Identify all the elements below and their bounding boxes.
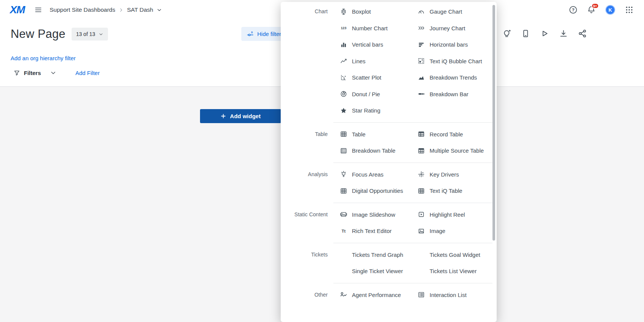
interaction-list-icon — [418, 291, 425, 298]
highlight-reel-icon — [418, 211, 425, 218]
filters-label[interactable]: Filters — [24, 70, 41, 76]
widget-item-tickets-list-viewer[interactable]: Tickets List Viewer — [411, 263, 492, 280]
widget-item-interaction-list[interactable]: Interaction List — [411, 287, 492, 303]
notifications-button[interactable]: 9+ — [587, 6, 596, 14]
widget-item-label: Scatter Plot — [352, 74, 381, 81]
page-title: New Page — [11, 27, 66, 41]
add-filter-link[interactable]: Add Filter — [75, 70, 100, 76]
breakdown-trends-icon — [418, 74, 425, 81]
widget-item-image-slideshow[interactable]: Image Slideshow — [333, 206, 411, 223]
svg-text:0: 0 — [251, 31, 253, 34]
widget-item-boxplot[interactable]: Boxplot — [333, 3, 411, 20]
panel-category-static-content: Static Content — [281, 203, 333, 243]
widget-item-focus-areas[interactable]: Focus Areas — [333, 166, 411, 183]
widget-item-rich-text-editor[interactable]: TtRich Text Editor — [333, 223, 411, 239]
widget-item-table[interactable]: Table — [333, 126, 411, 143]
panel-section-analysis: AnalysisFocus AreasKey DriversDigital Op… — [281, 163, 497, 203]
page-selector-label: 13 of 13 — [76, 31, 95, 37]
dashboard-chevron-down-icon[interactable] — [156, 7, 162, 13]
record-table-icon — [418, 131, 425, 138]
export-button[interactable] — [559, 29, 568, 38]
present-button[interactable] — [540, 29, 549, 38]
xm-logo[interactable]: XM — [10, 4, 25, 16]
widget-item-record-table[interactable]: Record Table — [411, 126, 492, 143]
widget-item-tickets-goal-widget[interactable]: Tickets Goal Widget — [411, 247, 492, 263]
breakdown-bar-icon — [418, 91, 425, 97]
filters-chevron-down-icon[interactable] — [50, 70, 56, 76]
widget-item-label: Multiple Source Table — [430, 147, 484, 154]
share-button[interactable] — [578, 29, 587, 38]
widget-item-label: Highlight Reel — [430, 211, 465, 218]
widget-item-single-ticket-viewer[interactable]: Single Ticket Viewer — [333, 263, 411, 280]
widget-item-label: Horizontal bars — [430, 41, 468, 48]
widget-item-agent-performance[interactable]: Agent Performance — [333, 287, 411, 303]
widget-item-label: Key Drivers — [430, 171, 459, 178]
play-icon — [540, 29, 549, 38]
widget-item-journey-chart[interactable]: Journey Chart — [411, 20, 492, 37]
widget-item-key-drivers[interactable]: Key Drivers — [411, 166, 492, 183]
help-button[interactable]: ? — [569, 6, 577, 14]
panel-section-chart: ChartBoxplotGauge Chart123Number ChartJo… — [281, 2, 497, 123]
widget-item-highlight-reel[interactable]: Highlight Reel — [411, 206, 492, 223]
gauge-icon — [418, 8, 425, 15]
text-iq-bubble-icon — [418, 58, 425, 64]
breadcrumb-item-dashboards[interactable]: Support Site Dashboards — [50, 6, 115, 13]
lines-icon — [340, 58, 347, 64]
download-icon — [559, 29, 568, 38]
widget-item-lines[interactable]: Lines — [333, 53, 411, 70]
star-icon — [340, 107, 347, 114]
widget-item-tickets-trend-graph[interactable]: Tickets Trend Graph — [333, 247, 411, 263]
widget-item-star-rating[interactable]: Star Rating — [333, 102, 411, 119]
mobile-preview-button[interactable] — [521, 29, 530, 38]
add-widget-label: Add widget — [230, 113, 261, 119]
widget-item-breakdown-bar[interactable]: Breakdown Bar — [411, 86, 492, 103]
notification-badge: 9+ — [591, 3, 599, 9]
widget-item-vertical-bars[interactable]: Vertical bars — [333, 36, 411, 53]
insights-button[interactable] — [502, 29, 511, 38]
panel-category-tickets: Tickets — [281, 243, 333, 283]
widget-item-breakdown-table[interactable]: Breakdown Table — [333, 142, 411, 159]
breadcrumb-item-current[interactable]: SAT Dash — [127, 6, 153, 13]
apps-menu-button[interactable] — [625, 6, 633, 14]
widget-item-gauge-chart[interactable]: Gauge Chart — [411, 3, 492, 20]
panel-scrollbar[interactable] — [492, 5, 495, 241]
image-icon — [418, 228, 425, 234]
share-icon — [578, 29, 587, 38]
funnel-icon — [14, 70, 20, 76]
chevron-right-icon — [119, 8, 123, 13]
add-widget-button[interactable]: Add widget — [200, 109, 281, 123]
widget-item-number-chart[interactable]: 123Number Chart — [333, 20, 411, 37]
widget-item-donut-pie[interactable]: Donut / Pie — [333, 86, 411, 103]
image-slideshow-icon — [340, 211, 347, 218]
donut-pie-icon — [340, 91, 347, 97]
widget-item-label: Vertical bars — [352, 41, 383, 48]
panel-section-other: OtherAgent PerformanceInteraction List — [281, 283, 497, 307]
key-drivers-icon — [418, 171, 425, 178]
widget-item-digital-opportunities[interactable]: Digital Opportunities — [333, 183, 411, 199]
widget-item-label: Boxplot — [352, 8, 371, 15]
widget-item-text-iq-bubble-chart[interactable]: Text iQ Bubble Chart — [411, 53, 492, 70]
widget-item-label: Table — [352, 131, 366, 138]
widget-item-breakdown-trends[interactable]: Breakdown Trends — [411, 69, 492, 86]
hamburger-menu-button[interactable] — [34, 6, 42, 14]
widget-item-scatter-plot[interactable]: Scatter Plot — [333, 69, 411, 86]
widget-item-image[interactable]: Image — [411, 223, 492, 239]
widget-item-text-iq-table[interactable]: Text iQ Table — [411, 183, 492, 199]
no-icon — [340, 251, 347, 258]
help-icon: ? — [569, 6, 577, 14]
svg-text:123: 123 — [341, 27, 347, 30]
lightbulb-icon — [502, 29, 511, 38]
digital-opportunities-icon — [340, 188, 347, 194]
widget-item-label: Number Chart — [352, 25, 388, 31]
widget-item-label: Breakdown Table — [352, 147, 395, 154]
page-selector[interactable]: 13 of 13 — [72, 28, 108, 41]
widget-item-label: Tickets Goal Widget — [430, 252, 480, 258]
widget-item-label: Image — [430, 228, 445, 234]
widget-item-multiple-source-table[interactable]: Multiple Source Table — [411, 142, 492, 159]
add-org-hierarchy-filter-link[interactable]: Add an org hierarchy filter — [11, 55, 76, 61]
boxplot-icon — [340, 8, 347, 15]
avatar[interactable]: K — [605, 5, 615, 15]
widget-item-horizontal-bars[interactable]: Horizontal bars — [411, 36, 492, 53]
agent-performance-icon — [340, 291, 347, 298]
widget-item-label: Rich Text Editor — [352, 228, 392, 234]
